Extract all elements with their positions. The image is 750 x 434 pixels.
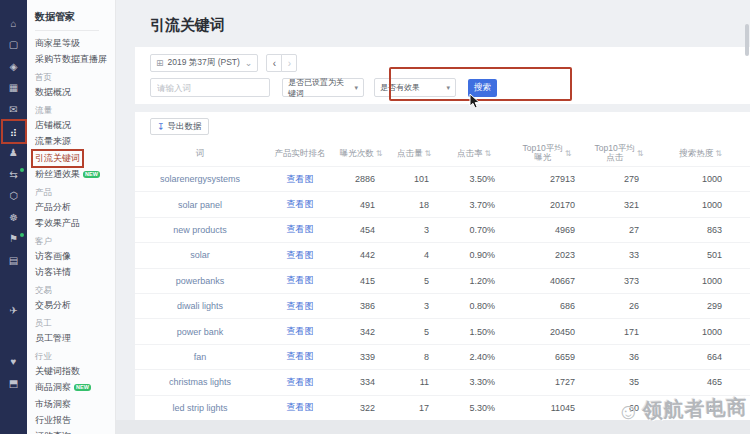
view-chart-link[interactable]: 查看图 (265, 401, 335, 414)
metric-cell: 415 (335, 276, 387, 286)
sidebar-item[interactable]: 引流关键词 (35, 153, 115, 164)
search-filter-row: 是否已设置为关键词 ▾ 是否有效果 ▾ 搜索 (150, 78, 497, 97)
view-chart-link[interactable]: 查看图 (265, 223, 335, 236)
transfer-icon[interactable]: ⇆ (7, 168, 21, 181)
view-chart-link[interactable]: 查看图 (265, 198, 335, 211)
column-header: 点击量⇅ (387, 149, 441, 158)
view-chart-link[interactable]: 查看图 (265, 173, 335, 186)
metric-cell: 33 (587, 250, 651, 260)
metric-cell: 101 (387, 174, 441, 184)
prev-week-button[interactable]: ‹ (266, 54, 282, 72)
new-badge: NEW (83, 171, 100, 178)
metric-cell: 3.30% (441, 377, 507, 387)
sidebar-item-label: 员工管理 (35, 333, 71, 344)
export-data-button[interactable]: ↧ 导出数据 (150, 118, 209, 135)
new-badge: NEW (74, 384, 91, 391)
sort-icon[interactable]: ⇅ (424, 149, 431, 158)
apps-grid-icon[interactable]: ▦ (7, 82, 21, 95)
export-button-label: 导出数据 (168, 121, 202, 133)
view-chart-link[interactable]: 查看图 (265, 350, 335, 363)
metric-cell: 3 (387, 301, 441, 311)
flag-icon[interactable]: ⚑ (7, 233, 21, 246)
view-chart-link[interactable]: 查看图 (265, 249, 335, 262)
sidebar-item[interactable]: 关键词指数 (35, 366, 115, 377)
metric-cell: 373 (587, 276, 651, 286)
sidebar-item[interactable]: 商品洞察NEW (35, 382, 115, 393)
table-body: solarenergysystems查看图28861013.50%2791327… (135, 166, 750, 420)
briefcase-icon[interactable]: ▤ (7, 255, 21, 268)
metric-cell: 40667 (507, 276, 587, 286)
sidebar-item-label: 市场洞察 (35, 399, 71, 410)
sidebar-item[interactable]: 产品分析 (35, 202, 115, 213)
heart-icon[interactable]: ♥ (7, 356, 21, 369)
sidebar-item[interactable]: 店铺概况 (35, 120, 115, 131)
sidebar-item-label: 采购节数据直播屏 (35, 54, 107, 65)
sidebar-item-label: 商品洞察 (35, 382, 71, 393)
keyword-cell: solar panel (135, 200, 265, 210)
metric-cell: 60 (587, 403, 651, 413)
export-icon: ↧ (157, 122, 165, 132)
settings-icon[interactable]: ☸ (7, 211, 21, 224)
metric-cell: 20450 (507, 327, 587, 337)
sidebar-item[interactable]: 商家星等级 (35, 38, 115, 49)
next-week-button[interactable]: › (281, 54, 297, 72)
metric-cell: 342 (335, 327, 387, 337)
effect-select[interactable]: 是否有效果 ▾ (374, 78, 456, 97)
metric-cell: 11 (387, 377, 441, 387)
people-icon[interactable]: ♟ (7, 147, 21, 160)
metric-cell: 6659 (507, 352, 587, 362)
sidebar-item[interactable]: 数据概况 (35, 87, 115, 98)
home-icon[interactable]: ⌂ (7, 17, 21, 30)
metric-cell: 664 (651, 352, 750, 362)
sidebar-section-label: 首页 (35, 72, 115, 84)
metric-cell: 465 (651, 377, 750, 387)
metric-cell: 686 (507, 301, 587, 311)
view-chart-link[interactable]: 查看图 (265, 300, 335, 313)
column-header: Top10平均点击⇅ (587, 144, 651, 162)
sidebar-item-label: 关键词指数 (35, 366, 80, 377)
sidebar-item[interactable]: 市场洞察 (35, 399, 115, 410)
keyword-search-input[interactable] (150, 78, 270, 97)
sort-icon[interactable]: ⇅ (637, 149, 644, 158)
sidebar-item[interactable]: 访客画像 (35, 251, 115, 262)
view-chart-link[interactable]: 查看图 (265, 376, 335, 389)
sort-icon[interactable]: ⇅ (484, 149, 491, 158)
keyword-cell: solar (135, 250, 265, 260)
metric-cell: 442 (335, 250, 387, 260)
shield-icon[interactable]: ◈ (7, 60, 21, 73)
sidebar-item[interactable]: 交易分析 (35, 300, 115, 311)
view-chart-link[interactable]: 查看图 (265, 274, 335, 287)
search-button[interactable]: 搜索 (468, 79, 497, 97)
icon-rail: ⌂▢◈▦✉⣴♟⇆⬡☸⚑▤✈♥⬒ (0, 0, 27, 434)
sidebar-item[interactable]: 零效果产品 (35, 218, 115, 229)
metric-cell: 26 (587, 301, 651, 311)
sort-icon[interactable]: ⇅ (565, 149, 572, 158)
sort-icon[interactable]: ⇅ (715, 149, 722, 158)
table-header: 词产品实时排名曝光次数⇅点击量⇅点击率⇅Top10平均曝光⇅Top10平均点击⇅… (135, 140, 750, 166)
sidebar-item[interactable]: 流量来源 (35, 136, 115, 147)
view-chart-link[interactable]: 查看图 (265, 325, 335, 338)
metric-cell: 4969 (507, 225, 587, 235)
set-keyword-select[interactable]: 是否已设置为关键词 ▾ (282, 78, 364, 97)
bag-icon[interactable]: ⬡ (7, 190, 21, 203)
message-icon[interactable]: ✉ (7, 103, 21, 116)
package-icon[interactable]: ⬒ (7, 377, 21, 390)
week-picker-value: 2019 第37周 (PST) (168, 57, 240, 69)
sort-icon[interactable]: ⇅ (376, 149, 383, 158)
metric-cell: 8 (387, 352, 441, 362)
week-pager: ‹ › (266, 54, 297, 72)
metric-cell: 27913 (507, 174, 587, 184)
send-icon[interactable]: ✈ (7, 304, 21, 317)
metric-cell: 863 (651, 225, 750, 235)
scrollbar-thumb[interactable] (745, 24, 749, 56)
sidebar-item[interactable]: 采购节数据直播屏 (35, 54, 115, 65)
sidebar-item[interactable]: 行业报告 (35, 415, 115, 426)
metric-cell: 1727 (507, 377, 587, 387)
sidebar-item[interactable]: 访客详情 (35, 267, 115, 278)
week-picker[interactable]: ⊞ 2019 第37周 (PST) ⌄ (150, 54, 258, 72)
bar-chart-icon[interactable]: ⣴ (7, 125, 21, 138)
sidebar-item[interactable]: 员工管理 (35, 333, 115, 344)
sidebar-item[interactable]: 粉丝通效果NEW (35, 169, 115, 180)
metric-cell: 491 (335, 200, 387, 210)
monitor-icon[interactable]: ▢ (7, 39, 21, 52)
